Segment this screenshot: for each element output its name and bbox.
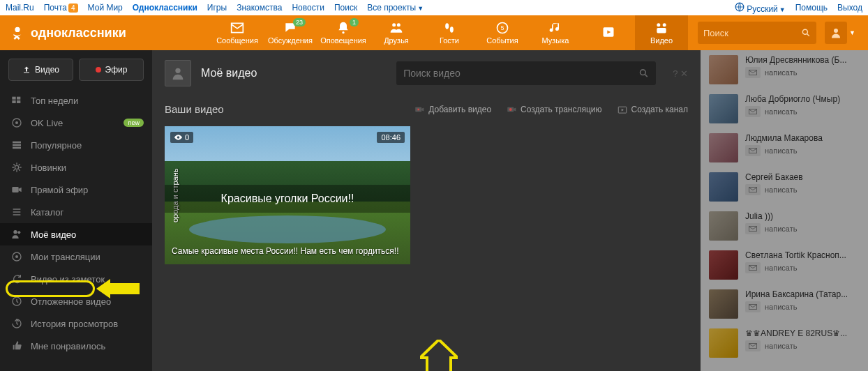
badge: 4: [68, 3, 78, 13]
sidebar-item-cam[interactable]: Прямой эфир: [0, 179, 152, 201]
nav-label: Видео: [650, 36, 673, 45]
sidebar-item-redo[interactable]: Видео из заметок: [0, 268, 152, 290]
svg-rect-18: [12, 100, 15, 103]
list-icon: [11, 206, 22, 218]
topbar-item[interactable]: Знакомства: [237, 3, 282, 13]
video-card[interactable]: 0 08:46 орода и странь Красивые уголки Р…: [165, 126, 410, 264]
svg-point-14: [834, 29, 838, 33]
svg-point-30: [15, 255, 18, 258]
topbar-item[interactable]: Помощь: [795, 3, 828, 13]
dim-overlay: [701, 50, 868, 371]
help-close[interactable]: ? ✕: [673, 68, 688, 79]
sidebar-item-label: Видео из заметок: [31, 274, 105, 285]
topbar-item[interactable]: Игры: [207, 3, 227, 13]
live-icon: [507, 105, 516, 114]
sidebar-item-label: Прямой эфир: [31, 185, 88, 195]
video-search-input[interactable]: [403, 68, 638, 79]
search-icon[interactable]: [638, 68, 649, 79]
action-add[interactable]: Добавить видео: [414, 105, 491, 114]
avatar-icon: [830, 26, 842, 39]
sidebar-item-target[interactable]: Мои трансляции: [0, 245, 152, 268]
nav-music[interactable]: Музыка: [529, 15, 582, 50]
svg-rect-15: [24, 73, 29, 73]
nav-label: Оповещения: [320, 36, 366, 45]
sidebar-item-stack[interactable]: Популярное: [0, 134, 152, 156]
action-channel[interactable]: Создать канал: [618, 105, 688, 114]
nav-play[interactable]: [582, 15, 635, 50]
nav-chat[interactable]: Обсуждения23: [264, 15, 317, 50]
topbar-item[interactable]: Русский▼: [735, 2, 786, 14]
nav-friends[interactable]: Друзья: [370, 15, 423, 50]
nav-feet[interactable]: Гости: [423, 15, 476, 50]
star-icon: 5: [495, 21, 509, 35]
chevron-down-icon: ▼: [849, 29, 855, 36]
sidebar-item-gear[interactable]: Новинки: [0, 156, 152, 179]
topbar-item[interactable]: Мой Мир: [88, 3, 123, 13]
search-icon[interactable]: [801, 27, 811, 38]
sidebar-item-label: История просмотров: [31, 319, 118, 329]
action-live[interactable]: Создать трансляцию: [507, 105, 601, 114]
sidebar-item-user[interactable]: Моё видео: [0, 223, 152, 245]
music-icon: [548, 21, 562, 35]
sidebar-item-grid[interactable]: Топ недели: [0, 89, 152, 112]
sidebar-item-clock[interactable]: Отложенное видео: [0, 290, 152, 312]
history-icon: [11, 318, 22, 329]
nav-star[interactable]: 5События: [476, 15, 529, 50]
topbar-item[interactable]: Поиск: [334, 3, 357, 13]
topbar-item[interactable]: Выход: [837, 3, 862, 13]
sidebar-item-list[interactable]: Каталог: [0, 201, 152, 223]
nav-label: Гости: [440, 36, 459, 45]
header-search-input[interactable]: [703, 28, 798, 38]
svg-point-1: [15, 27, 20, 32]
profile-avatar[interactable]: [165, 60, 191, 86]
profile-menu[interactable]: ▼: [816, 22, 858, 44]
new-pill: new: [124, 119, 144, 127]
views-count: 0: [185, 133, 189, 142]
page-title: Моё видео: [201, 67, 257, 80]
topbar-item[interactable]: Почта4: [44, 3, 78, 13]
video-icon: [654, 21, 668, 35]
upload-video-button[interactable]: Видео: [8, 59, 73, 81]
ok-logo[interactable]: одноклассники: [10, 25, 126, 40]
topbar-item[interactable]: Mail.Ru: [6, 3, 34, 13]
svg-point-5: [445, 23, 449, 29]
sidebar-item-label: Отложенное видео: [31, 296, 111, 307]
video-area: Видео Эфир Топ неделиOK LivenewПопулярно…: [0, 50, 701, 371]
brand-text: одноклассники: [31, 26, 126, 40]
target-icon: [11, 117, 22, 128]
topbar-item[interactable]: Новости: [292, 3, 324, 13]
svg-rect-16: [12, 97, 15, 100]
sidebar-item-thumb[interactable]: Мне понравилось: [0, 335, 152, 357]
nav-label: Обсуждения: [268, 36, 313, 45]
svg-rect-19: [17, 100, 20, 103]
topbar-item[interactable]: Одноклассники: [133, 3, 197, 13]
nav-mail[interactable]: Сообщения: [211, 15, 264, 50]
action-label: Создать канал: [631, 105, 688, 114]
ok-logo-icon: [10, 25, 25, 40]
svg-rect-26: [12, 187, 18, 192]
live-button[interactable]: Эфир: [79, 59, 144, 81]
clock-icon: [11, 296, 22, 307]
annotation-arrow-up: [420, 340, 458, 371]
video-search[interactable]: [396, 61, 656, 85]
nav-bell[interactable]: Оповещения1: [317, 15, 370, 50]
sidebar-item-target[interactable]: OK Livenew: [0, 112, 152, 134]
video-title: Самые красивые места России!! Нам есть ч…: [172, 246, 403, 257]
svg-text:5: 5: [501, 24, 504, 31]
svg-rect-12: [657, 28, 666, 33]
video-sidebar: Видео Эфир Топ неделиOK LivenewПопулярно…: [0, 50, 152, 371]
sidebar-item-label: Моё видео: [31, 229, 76, 240]
svg-point-28: [17, 231, 20, 234]
svg-rect-22: [13, 142, 21, 144]
sidebar-item-history[interactable]: История просмотров: [0, 312, 152, 335]
nav-video[interactable]: Видео: [635, 15, 688, 50]
cam-icon: [11, 184, 22, 195]
live-btn-label: Эфир: [105, 65, 128, 75]
svg-rect-17: [17, 97, 20, 100]
svg-point-37: [509, 108, 512, 111]
header-search[interactable]: [698, 22, 816, 44]
sidebar-item-label: Мне понравилось: [31, 341, 105, 351]
topbar-item[interactable]: Все проекты▼: [367, 3, 424, 13]
feet-icon: [442, 21, 456, 35]
main-row: Видео Эфир Топ неделиOK LivenewПопулярно…: [0, 50, 868, 371]
